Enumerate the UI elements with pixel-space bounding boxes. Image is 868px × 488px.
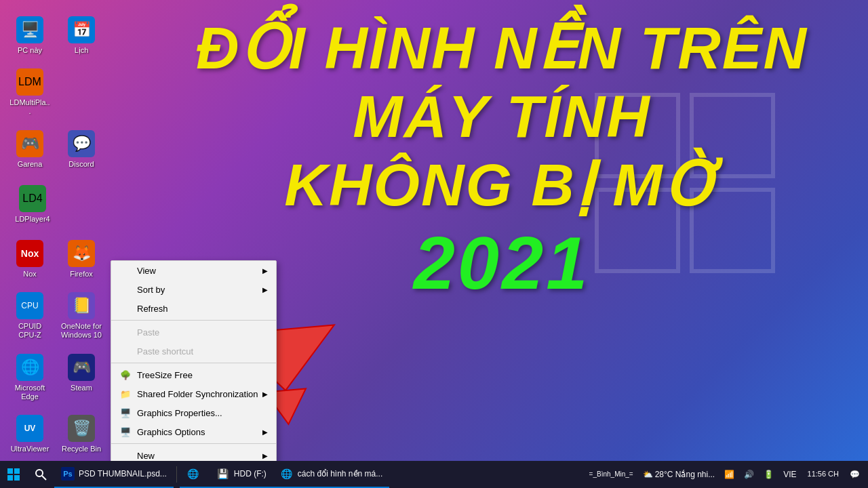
icon-firefox[interactable]: 🦊 Firefox: [58, 237, 104, 281]
msedge-label: Microsoft Edge: [9, 384, 50, 401]
menu-paste-shortcut-label: Paste shortcut: [137, 346, 193, 357]
taskbar-browser[interactable]: 🌐 cách đổi hình nền má...: [273, 461, 389, 488]
pc-nay-label: PC này: [18, 46, 42, 55]
tray-language[interactable]: VIE: [781, 470, 799, 479]
taskbar: Ps PSD THUMBNAIL.psd... 🌐 💾 HDD (F:) 🌐 c…: [0, 461, 868, 488]
paste-shortcut-icon: [119, 345, 132, 357]
chrome-taskbar-icon: 🌐: [186, 467, 200, 481]
sort-arrow: ▶: [262, 286, 268, 293]
garena-label: Garena: [18, 160, 43, 169]
nox-icon: Nox: [16, 240, 43, 267]
menu-graphics-properties[interactable]: 🖥️ Graphics Properties...: [111, 403, 276, 422]
taskbar-hdd-label: HDD (F:): [234, 469, 267, 479]
icon-ldmulti[interactable]: LDM LDMultiPla...: [7, 66, 53, 119]
graphics-props-icon: 🖥️: [119, 407, 132, 419]
icon-lich[interactable]: 📅 Lịch: [58, 14, 104, 58]
windows-logo-bg: [583, 81, 787, 285]
icon-ultraviewer[interactable]: UV UltraViewer: [7, 412, 53, 456]
nox-label: Nox: [23, 270, 37, 279]
svg-point-9: [36, 470, 43, 476]
menu-sort-label: Sort by: [137, 285, 165, 295]
icon-ldplayer[interactable]: LD4 LDPlayer4: [7, 180, 58, 229]
tray-network[interactable]: 📶: [722, 470, 737, 479]
icon-row-1b: LDM LDMultiPla...: [7, 66, 53, 119]
onenote-label: OneNote for Windows 10: [61, 322, 102, 340]
icon-row-6: UV UltraViewer 🗑️ Recycle Bin: [7, 412, 104, 456]
taskbar-chrome-icon[interactable]: 🌐: [180, 461, 210, 488]
svg-rect-2: [597, 190, 678, 271]
recycle-icon: 🗑️: [68, 415, 95, 442]
lich-icon: 📅: [68, 16, 95, 43]
sort-icon: [119, 283, 132, 296]
desktop-icons-area: 🖥️ PC này 📅 Lịch LDM LDMultiPla... 🎮 Gar…: [0, 7, 102, 488]
menu-shared-folder[interactable]: 📁 Shared Folder Synchronization ▶: [111, 384, 276, 403]
menu-graphics-options-label: Graphics Options: [137, 427, 205, 437]
menu-treesize-label: TreeSize Free: [137, 370, 193, 380]
icon-garena[interactable]: 🎮 Garena: [7, 127, 53, 171]
lich-label: Lịch: [75, 46, 89, 55]
msedge-icon: 🌐: [16, 354, 43, 381]
tray-volume[interactable]: 🔊: [741, 470, 757, 479]
start-button[interactable]: [0, 461, 27, 488]
new-arrow: ▶: [262, 452, 268, 460]
hdd-icon: 💾: [216, 467, 230, 481]
tray-weather[interactable]: ⛅ 28°C Nắng nhi...: [640, 470, 718, 479]
shared-folder-arrow: ▶: [262, 390, 268, 398]
garena-icon: 🎮: [16, 130, 43, 157]
weather-text: 28°C Nắng nhi...: [655, 470, 715, 479]
svg-rect-8: [14, 475, 20, 481]
icon-row-4: CPU CPUID CPU-Z 📒 OneNote for Windows 10: [7, 289, 104, 342]
icon-msedge[interactable]: 🌐 Microsoft Edge: [7, 351, 53, 404]
browser-taskbar-icon: 🌐: [280, 467, 294, 481]
menu-refresh[interactable]: Refresh: [111, 299, 276, 318]
ldmulti-icon: LDM: [16, 68, 43, 96]
weather-icon: ⛅: [643, 470, 653, 479]
icon-recycle[interactable]: 🗑️ Recycle Bin: [58, 412, 104, 456]
svg-line-10: [42, 476, 46, 480]
icon-ldplayer-inner[interactable]: LD4 LDPlayer4: [9, 182, 56, 226]
menu-view-label: View: [137, 266, 156, 276]
menu-sort-by[interactable]: Sort by ▶: [111, 280, 276, 299]
icon-pc-nay[interactable]: 🖥️ PC này: [7, 14, 53, 58]
taskbar-hdd[interactable]: 💾 HDD (F:): [210, 461, 273, 488]
menu-treesize[interactable]: 🌳 TreeSize Free: [111, 365, 276, 384]
photoshop-icon: Ps: [61, 467, 75, 481]
separator-1: [111, 320, 276, 321]
menu-view[interactable]: View ▶: [111, 261, 276, 280]
svg-rect-6: [14, 468, 20, 474]
taskbar-tray: =_Bình_Min_= ⛅ 28°C Nắng nhi... 📶 🔊 🔋 VI…: [587, 469, 868, 479]
refresh-icon: [119, 302, 132, 314]
icon-row-2b: LD4 LDPlayer4: [7, 180, 58, 229]
menu-new-label: New: [137, 451, 155, 461]
title-line-1: ĐỔI HÌNH NỀN TRÊN: [136, 14, 868, 82]
svg-rect-7: [7, 475, 13, 481]
tray-notification[interactable]: 💬: [847, 470, 863, 479]
steam-icon: 🎮: [68, 354, 95, 381]
cpuid-label: CPUID CPU-Z: [9, 322, 50, 340]
tray-extra-text: =_Bình_Min_=: [587, 470, 636, 478]
clock[interactable]: 11:56 CH: [804, 469, 843, 479]
icon-cpuid[interactable]: CPU CPUID CPU-Z: [7, 289, 53, 342]
firefox-icon: 🦊: [68, 240, 95, 267]
tray-battery[interactable]: 🔋: [761, 470, 776, 479]
icon-steam[interactable]: 🎮 Steam: [58, 351, 104, 404]
taskbar-photoshop[interactable]: Ps PSD THUMBNAIL.psd...: [54, 461, 174, 488]
desktop: ĐỔI HÌNH NỀN TRÊN MÁY TÍNH KHÔNG BỊ MỜ 2…: [0, 0, 868, 488]
title-line-3: KHÔNG BỊ MỜ: [136, 150, 868, 219]
svg-rect-3: [692, 190, 773, 271]
language-label: VIE: [783, 470, 796, 479]
separator-3: [111, 443, 276, 444]
search-button[interactable]: [27, 461, 54, 488]
icon-nox[interactable]: Nox Nox: [7, 237, 53, 281]
menu-graphics-options[interactable]: 🖥️ Graphics Options ▶: [111, 422, 276, 441]
menu-paste[interactable]: Paste: [111, 323, 276, 342]
separator-2: [111, 363, 276, 363]
menu-paste-shortcut[interactable]: Paste shortcut: [111, 342, 276, 361]
pc-nay-icon: 🖥️: [16, 16, 43, 43]
discord-label: Discord: [68, 160, 94, 169]
icon-onenote[interactable]: 📒 OneNote for Windows 10: [58, 289, 104, 342]
icon-discord[interactable]: 💬 Discord: [58, 127, 104, 171]
icon-row-2: 🎮 Garena 💬 Discord: [7, 127, 104, 171]
volume-icon: 🔊: [744, 470, 754, 479]
icon-row-5: 🌐 Microsoft Edge 🎮 Steam: [7, 351, 104, 404]
